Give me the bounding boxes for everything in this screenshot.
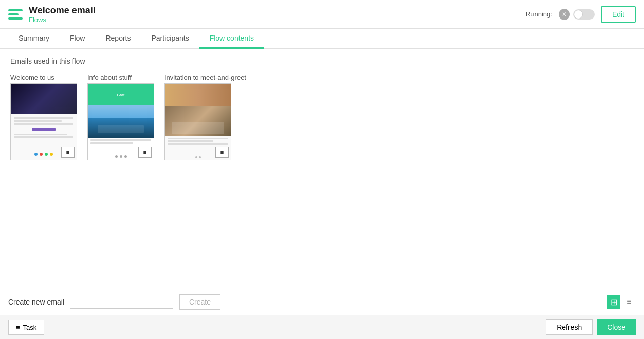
page-title: Welcome email xyxy=(29,5,96,16)
close-button[interactable]: Close xyxy=(597,319,636,335)
header-right: Running: ✕ Edit xyxy=(526,6,636,23)
card-menu-invitation[interactable]: ≡ xyxy=(215,147,229,158)
list-view-button[interactable]: ≡ xyxy=(622,295,636,309)
tab-summary[interactable]: Summary xyxy=(8,29,60,49)
card-menu-welcome[interactable]: ≡ xyxy=(61,147,75,158)
refresh-button[interactable]: Refresh xyxy=(546,319,593,335)
email-card-label-invitation: Invitation to meet-and-greet xyxy=(164,74,246,81)
logo-icon xyxy=(8,7,23,22)
bottom-bar: ≡ Task Refresh Close xyxy=(0,315,644,339)
tab-flow-contents[interactable]: Flow contents xyxy=(199,29,264,49)
email-cards: Welcome to us xyxy=(10,74,634,160)
view-icons: ⊞ ≡ xyxy=(607,295,636,309)
edit-button[interactable]: Edit xyxy=(601,6,636,23)
bottom-right: Refresh Close xyxy=(546,319,636,335)
task-icon: ≡ xyxy=(16,324,20,331)
email-card-wrapper-invitation: Invitation to meet-and-greet xyxy=(164,74,246,160)
tab-flow[interactable]: Flow xyxy=(60,29,96,49)
tabs-bar: Summary Flow Reports Participants Flow c… xyxy=(0,29,644,49)
email-card-welcome[interactable]: ≡ xyxy=(10,83,77,160)
create-new-label: Create new email xyxy=(8,298,64,306)
create-button[interactable]: Create xyxy=(179,294,220,310)
section-title: Emails used in this flow xyxy=(10,57,634,65)
email-card-label-info: Info about stuff xyxy=(87,74,154,81)
toggle-off-button[interactable]: ✕ xyxy=(559,9,570,20)
footer-create-bar: Create new email Create ⊞ ≡ xyxy=(0,289,644,315)
header-title-group: Welcome email Flows xyxy=(29,5,96,24)
card-menu-info[interactable]: ≡ xyxy=(138,147,152,158)
create-email-input[interactable] xyxy=(70,296,173,309)
email-card-wrapper-info: Info about stuff FLOW xyxy=(87,74,154,160)
task-button[interactable]: ≡ Task xyxy=(8,320,44,335)
running-label: Running: xyxy=(526,10,553,18)
toggle-track[interactable] xyxy=(573,9,595,20)
email-card-wrapper-welcome: Welcome to us xyxy=(10,74,77,160)
tab-participants[interactable]: Participants xyxy=(141,29,199,49)
toggle-wrapper: ✕ xyxy=(559,9,595,20)
email-card-invitation[interactable]: ≡ xyxy=(164,83,231,160)
tab-reports[interactable]: Reports xyxy=(95,29,141,49)
task-label: Task xyxy=(23,324,37,331)
header: Welcome email Flows Running: ✕ Edit xyxy=(0,0,644,29)
email-card-label-welcome: Welcome to us xyxy=(10,74,77,81)
grid-view-button[interactable]: ⊞ xyxy=(607,295,620,309)
main-content: Emails used in this flow Welcome to us xyxy=(0,49,644,289)
toggle-thumb xyxy=(574,10,583,19)
flows-link[interactable]: Flows xyxy=(29,16,96,24)
email-card-info[interactable]: FLOW xyxy=(87,83,154,160)
